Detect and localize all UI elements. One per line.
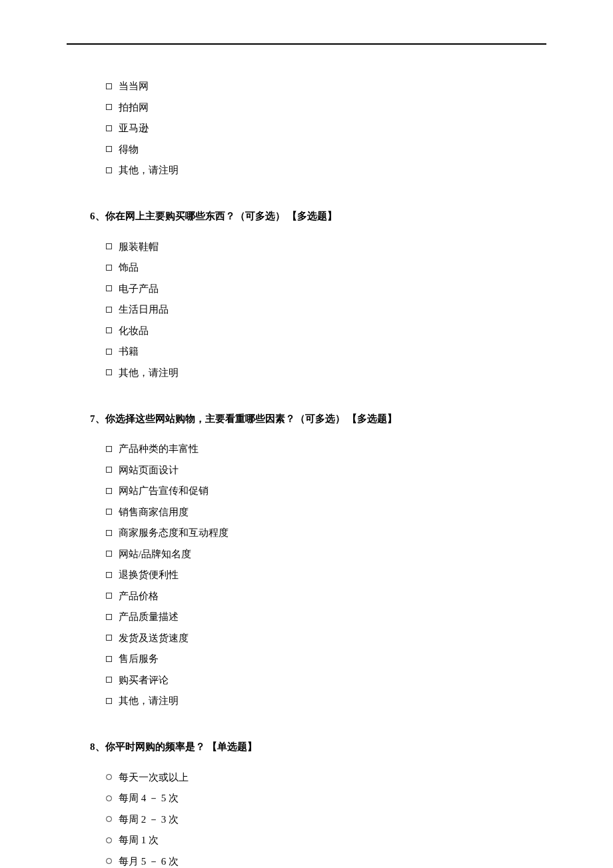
option-label: 销售商家信用度: [119, 504, 189, 520]
checkbox-option[interactable]: 购买者评论: [90, 672, 523, 688]
checkbox-option[interactable]: 亚马逊: [90, 120, 523, 136]
checkbox-option[interactable]: 服装鞋帽: [90, 239, 523, 255]
radio-icon: [106, 858, 112, 864]
option-label: 商家服务态度和互动程度: [119, 525, 229, 541]
option-label: 亚马逊: [119, 120, 149, 136]
checkbox-icon: [106, 327, 112, 333]
option-label: 产品质量描述: [119, 609, 179, 625]
checkbox-option[interactable]: 网站/品牌知名度: [90, 546, 523, 562]
option-label: 服装鞋帽: [119, 239, 159, 255]
checkbox-option[interactable]: 其他，请注明: [90, 693, 523, 709]
question-6: 6、你在网上主要购买哪些东西？（可多选） 【多选题】 服装鞋帽 饰品 电子产品 …: [90, 209, 523, 381]
checkbox-icon: [106, 83, 112, 89]
checkbox-icon: [106, 167, 112, 173]
checkbox-option[interactable]: 退换货便利性: [90, 567, 523, 583]
checkbox-option[interactable]: 商家服务态度和互动程度: [90, 525, 523, 541]
radio-option[interactable]: 每月 5 － 6 次: [90, 853, 523, 869]
previous-question-options: 当当网 拍拍网 亚马逊 得物 其他，请注明: [90, 78, 523, 178]
radio-option[interactable]: 每周 1 次: [90, 832, 523, 848]
checkbox-option[interactable]: 网站广告宣传和促销: [90, 483, 523, 499]
checkbox-icon: [106, 488, 112, 494]
checkbox-option[interactable]: 当当网: [90, 78, 523, 94]
radio-icon: [106, 816, 112, 822]
option-label: 每周 1 次: [119, 832, 159, 848]
option-label: 每月 5 － 6 次: [119, 853, 179, 869]
page-content: 当当网 拍拍网 亚马逊 得物 其他，请注明 6、你在网上主要购买哪些东西？（可多…: [67, 43, 546, 868]
option-label: 其他，请注明: [119, 693, 179, 709]
checkbox-option[interactable]: 网站页面设计: [90, 462, 523, 478]
checkbox-option[interactable]: 产品质量描述: [90, 609, 523, 625]
checkbox-option[interactable]: 售后服务: [90, 651, 523, 667]
option-label: 网站页面设计: [119, 462, 179, 478]
radio-option[interactable]: 每周 4 － 5 次: [90, 790, 523, 806]
question-title: 8、你平时网购的频率是？ 【单选题】: [90, 739, 523, 755]
option-label: 网站广告宣传和促销: [119, 483, 209, 499]
checkbox-option[interactable]: 产品种类的丰富性: [90, 441, 523, 457]
option-label: 产品种类的丰富性: [119, 441, 199, 457]
option-label: 每周 2 － 3 次: [119, 811, 179, 827]
option-label: 得物: [119, 141, 139, 157]
option-label: 每周 4 － 5 次: [119, 790, 179, 806]
checkbox-icon: [106, 243, 112, 249]
checkbox-icon: [106, 369, 112, 375]
checkbox-icon: [106, 265, 112, 271]
option-label: 网站/品牌知名度: [119, 546, 191, 562]
option-label: 发货及送货速度: [119, 630, 189, 646]
checkbox-option[interactable]: 拍拍网: [90, 99, 523, 115]
checkbox-option[interactable]: 销售商家信用度: [90, 504, 523, 520]
checkbox-option[interactable]: 饰品: [90, 259, 523, 275]
radio-icon: [106, 795, 112, 801]
option-label: 产品价格: [119, 588, 159, 604]
checkbox-icon: [106, 509, 112, 515]
option-label: 电子产品: [119, 281, 159, 297]
checkbox-icon: [106, 349, 112, 355]
radio-icon: [106, 837, 112, 843]
question-8: 8、你平时网购的频率是？ 【单选题】 每天一次或以上 每周 4 － 5 次 每周…: [90, 739, 523, 868]
option-label: 生活日用品: [119, 301, 169, 317]
checkbox-icon: [106, 104, 112, 110]
checkbox-icon: [106, 593, 112, 599]
option-label: 拍拍网: [119, 99, 149, 115]
checkbox-icon: [106, 677, 112, 683]
radio-option[interactable]: 每天一次或以上: [90, 769, 523, 785]
checkbox-option[interactable]: 得物: [90, 141, 523, 157]
option-label: 其他，请注明: [119, 162, 179, 178]
checkbox-option[interactable]: 其他，请注明: [90, 365, 523, 381]
option-label: 退换货便利性: [119, 567, 179, 583]
checkbox-option[interactable]: 发货及送货速度: [90, 630, 523, 646]
radio-option[interactable]: 每周 2 － 3 次: [90, 811, 523, 827]
option-label: 当当网: [119, 78, 149, 94]
checkbox-icon: [106, 125, 112, 131]
option-label: 购买者评论: [119, 672, 169, 688]
checkbox-icon: [106, 635, 112, 641]
checkbox-option[interactable]: 化妆品: [90, 323, 523, 339]
option-label: 每天一次或以上: [119, 769, 189, 785]
checkbox-icon: [106, 572, 112, 578]
option-label: 化妆品: [119, 323, 149, 339]
checkbox-icon: [106, 698, 112, 704]
checkbox-icon: [106, 467, 112, 473]
checkbox-icon: [106, 530, 112, 536]
checkbox-icon: [106, 285, 112, 291]
option-label: 饰品: [119, 259, 139, 275]
checkbox-option[interactable]: 生活日用品: [90, 301, 523, 317]
checkbox-option[interactable]: 产品价格: [90, 588, 523, 604]
checkbox-option[interactable]: 书籍: [90, 343, 523, 359]
question-title: 6、你在网上主要购买哪些东西？（可多选） 【多选题】: [90, 209, 523, 224]
option-label: 书籍: [119, 343, 139, 359]
checkbox-icon: [106, 307, 112, 313]
checkbox-icon: [106, 614, 112, 620]
checkbox-option[interactable]: 电子产品: [90, 281, 523, 297]
checkbox-icon: [106, 146, 112, 152]
checkbox-icon: [106, 446, 112, 452]
question-title: 7、你选择这些网站购物，主要看重哪些因素？（可多选） 【多选题】: [90, 411, 523, 427]
question-7: 7、你选择这些网站购物，主要看重哪些因素？（可多选） 【多选题】 产品种类的丰富…: [90, 411, 523, 709]
radio-icon: [106, 774, 112, 780]
checkbox-option[interactable]: 其他，请注明: [90, 162, 523, 178]
option-label: 售后服务: [119, 651, 159, 667]
option-label: 其他，请注明: [119, 365, 179, 381]
checkbox-icon: [106, 656, 112, 662]
checkbox-icon: [106, 551, 112, 557]
